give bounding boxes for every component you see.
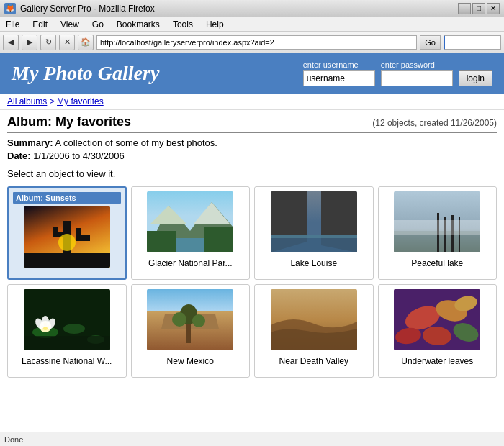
menu-bookmarks[interactable]: Bookmarks xyxy=(114,19,163,30)
thumb-deathvalley xyxy=(271,289,357,350)
password-field-group: enter password xyxy=(381,60,453,86)
minimize-button[interactable]: _ xyxy=(458,3,471,14)
photo-caption-deathvalley: Near Death Valley xyxy=(279,356,349,366)
menu-edit[interactable]: Edit xyxy=(30,19,50,30)
svg-point-7 xyxy=(58,234,76,251)
svg-rect-14 xyxy=(176,238,204,252)
summary-label: Summary: xyxy=(7,137,53,148)
username-input[interactable] xyxy=(303,70,375,86)
summary-text: A collection of some of my best photos. xyxy=(55,137,217,148)
gallery-grid: Album: Sunsets xyxy=(0,183,504,385)
svg-rect-3 xyxy=(53,227,58,237)
menu-view[interactable]: View xyxy=(58,19,82,30)
svg-rect-5 xyxy=(76,228,81,241)
app-icon: 🦊 xyxy=(4,3,16,14)
home-button[interactable]: 🏠 xyxy=(78,35,94,50)
gallery-item-newmexico[interactable]: New Mexico xyxy=(131,284,251,378)
window-controls[interactable]: _ □ ✕ xyxy=(458,3,500,14)
thumb-peaceful xyxy=(394,191,480,252)
maximize-button[interactable]: □ xyxy=(472,3,485,14)
status-bar: Done xyxy=(0,432,504,446)
title-bar: 🦊 Gallery Server Pro - Mozilla Firefox _… xyxy=(0,0,504,17)
breadcrumb-separator: > xyxy=(47,96,57,106)
gallery-item-lacassine[interactable]: Lacassine National W... xyxy=(7,284,127,378)
login-button[interactable]: login xyxy=(459,70,492,86)
gallery-item-deathvalley[interactable]: Near Death Valley xyxy=(254,284,374,378)
breadcrumb: All albums > My favorites xyxy=(0,94,504,110)
page-header: My Photo Gallery enter username enter pa… xyxy=(0,53,504,94)
album-summary: Summary: A collection of some of my best… xyxy=(7,137,497,148)
gallery-item-peaceful[interactable]: Peaceful lake xyxy=(378,186,498,280)
thumb-louise xyxy=(271,191,357,252)
photo-caption-glacier: Glacier National Par... xyxy=(148,258,233,268)
gallery-item-glacier[interactable]: Glacier National Par... xyxy=(131,186,251,280)
photo-caption-underwater: Underwater leaves xyxy=(401,356,473,366)
menu-file[interactable]: File xyxy=(3,19,22,30)
photo-caption-lacassine: Lacassine National W... xyxy=(22,356,112,366)
album-header: Album: My favorites (12 objects, created… xyxy=(0,110,504,132)
gallery-item-louise[interactable]: Lake Louise xyxy=(254,186,374,280)
login-section: enter username enter password login xyxy=(303,60,492,86)
photo-caption-peaceful: Peaceful lake xyxy=(411,258,463,268)
album-meta: (12 objects, created 11/26/2005) xyxy=(372,118,497,128)
page-content: My Photo Gallery enter username enter pa… xyxy=(0,53,504,432)
thumb-lacassine xyxy=(24,289,110,350)
date-text: 1/1/2006 to 4/30/2006 xyxy=(33,150,125,161)
svg-rect-19 xyxy=(271,235,357,238)
nav-bar: ◀ ▶ ↻ ✕ 🏠 Go xyxy=(0,32,504,53)
svg-rect-51 xyxy=(394,289,480,350)
thumb-sunsets xyxy=(24,206,110,268)
thumb-glacier xyxy=(147,191,233,252)
svg-rect-13 xyxy=(204,227,233,252)
breadcrumb-current[interactable]: My favorites xyxy=(57,96,104,106)
username-label: enter username xyxy=(303,60,375,69)
stop-button[interactable]: ✕ xyxy=(59,35,75,50)
svg-point-42 xyxy=(192,314,205,327)
photo-caption-newmexico: New Mexico xyxy=(167,356,214,366)
menu-help[interactable]: Help xyxy=(203,19,227,30)
close-button[interactable]: ✕ xyxy=(487,3,500,14)
password-input[interactable] xyxy=(381,70,453,86)
search-input[interactable] xyxy=(444,35,501,50)
album-date: Date: 1/1/2006 to 4/30/2006 xyxy=(7,150,497,161)
menu-tools[interactable]: Tools xyxy=(170,19,196,30)
menu-bar: File Edit View Go Bookmarks Tools Help xyxy=(0,17,504,32)
password-label: enter password xyxy=(381,60,453,69)
album-title: Album: My favorites xyxy=(7,114,131,129)
breadcrumb-all-albums[interactable]: All albums xyxy=(7,96,47,106)
svg-rect-12 xyxy=(147,231,176,252)
svg-point-41 xyxy=(172,312,186,327)
thumb-newmexico xyxy=(147,289,233,350)
photo-caption-louise: Lake Louise xyxy=(290,258,337,268)
address-input[interactable] xyxy=(96,35,417,50)
back-button[interactable]: ◀ xyxy=(3,35,19,50)
status-text: Done xyxy=(4,435,23,444)
window-title: Gallery Server Pro - Mozilla Firefox xyxy=(20,4,155,14)
username-field-group: enter username xyxy=(303,60,375,86)
album-details: Summary: A collection of some of my best… xyxy=(0,133,504,165)
date-label: Date: xyxy=(7,150,31,161)
instruction: Select an object to view it. xyxy=(0,165,504,183)
address-bar: Go xyxy=(96,35,441,50)
forward-button[interactable]: ▶ xyxy=(22,35,37,50)
page-title: My Photo Gallery xyxy=(12,62,159,85)
album-item-label: Album: Sunsets xyxy=(13,192,121,204)
gallery-item-sunsets[interactable]: Album: Sunsets xyxy=(7,186,127,280)
reload-button[interactable]: ↻ xyxy=(40,35,56,50)
svg-rect-26 xyxy=(394,220,480,235)
svg-rect-6 xyxy=(24,253,110,268)
gallery-item-underwater[interactable]: Underwater leaves xyxy=(378,284,498,378)
go-button[interactable]: Go xyxy=(420,35,441,50)
svg-rect-36 xyxy=(24,336,110,350)
menu-go[interactable]: Go xyxy=(89,19,107,30)
thumb-underwater xyxy=(394,289,480,350)
svg-point-29 xyxy=(63,324,85,334)
